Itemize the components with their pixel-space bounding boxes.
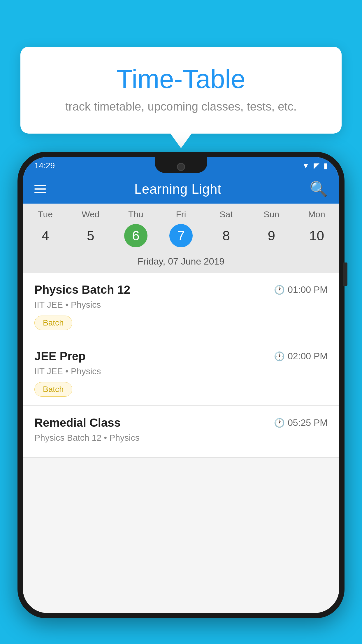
tooltip-subtitle: track timetable, upcoming classes, tests…	[44, 100, 318, 113]
class-name: Remedial Class	[34, 416, 121, 429]
hamburger-line	[34, 188, 46, 190]
day-name-mon: Mon	[308, 209, 325, 219]
wifi-icon: ▼	[302, 161, 310, 170]
calendar-day-tue[interactable]: Tue 4	[25, 209, 66, 253]
phone-outer: 14:29 ▼ ◤ ▮ Learning Light 🔍	[17, 152, 345, 618]
day-num-sat: 8	[215, 224, 238, 247]
status-time: 14:29	[34, 161, 55, 170]
class-item-jee-prep[interactable]: JEE Prep 🕐 02:00 PM IIT JEE • Physics Ba…	[23, 339, 339, 406]
clock-icon: 🕐	[274, 285, 285, 295]
app-title: Learning Light	[134, 181, 222, 197]
day-name-thu: Thu	[128, 209, 143, 219]
day-num-tue: 4	[34, 224, 57, 247]
calendar-day-wed[interactable]: Wed 5	[70, 209, 111, 253]
calendar-day-fri[interactable]: Fri 7	[161, 209, 201, 253]
calendar-week: Tue 4 Wed 5 Thu 6 Fri 7	[23, 204, 339, 253]
batch-badge: Batch	[34, 316, 72, 330]
class-subtitle: IIT JEE • Physics	[34, 366, 328, 376]
phone-camera	[177, 163, 185, 171]
class-subtitle: Physics Batch 12 • Physics	[34, 433, 328, 443]
clock-icon: 🕐	[274, 418, 285, 428]
day-name-wed: Wed	[82, 209, 99, 219]
day-name-fri: Fri	[176, 209, 186, 219]
day-name-sat: Sat	[220, 209, 233, 219]
search-icon[interactable]: 🔍	[310, 181, 328, 197]
calendar-day-mon[interactable]: Mon 10	[296, 209, 337, 253]
hamburger-line	[34, 192, 46, 193]
clock-icon: 🕐	[274, 351, 285, 361]
class-time: 🕐 05:25 PM	[274, 417, 328, 428]
batch-badge: Batch	[34, 382, 72, 397]
class-item-physics-batch[interactable]: Physics Batch 12 🕐 01:00 PM IIT JEE • Ph…	[23, 273, 339, 339]
phone-notch	[155, 157, 207, 173]
tooltip-card: Time-Table track timetable, upcoming cla…	[20, 47, 342, 134]
day-num-sun: 9	[260, 224, 283, 247]
class-name: JEE Prep	[34, 350, 86, 363]
day-name-sun: Sun	[264, 209, 279, 219]
tooltip-title: Time-Table	[44, 64, 318, 94]
side-button	[343, 262, 347, 286]
class-item-header: Physics Batch 12 🕐 01:00 PM	[34, 283, 328, 296]
class-subtitle: IIT JEE • Physics	[34, 300, 328, 310]
class-list: Physics Batch 12 🕐 01:00 PM IIT JEE • Ph…	[23, 273, 339, 458]
day-num-thu: 6	[124, 224, 147, 247]
battery-icon: ▮	[324, 161, 328, 170]
class-time: 🕐 01:00 PM	[274, 284, 328, 295]
phone-screen: 14:29 ▼ ◤ ▮ Learning Light 🔍	[23, 157, 339, 613]
calendar-day-sun[interactable]: Sun 9	[251, 209, 292, 253]
phone-mockup: 14:29 ▼ ◤ ▮ Learning Light 🔍	[17, 152, 345, 644]
day-num-mon: 10	[305, 224, 328, 247]
calendar-day-sat[interactable]: Sat 8	[206, 209, 247, 253]
selected-date-label: Friday, 07 June 2019	[23, 253, 339, 273]
class-item-header: Remedial Class 🕐 05:25 PM	[34, 416, 328, 429]
class-time: 🕐 02:00 PM	[274, 351, 328, 362]
class-item-remedial[interactable]: Remedial Class 🕐 05:25 PM Physics Batch …	[23, 406, 339, 458]
status-icons: ▼ ◤ ▮	[302, 161, 328, 170]
day-num-fri: 7	[169, 224, 193, 247]
day-name-tue: Tue	[38, 209, 53, 219]
hamburger-line	[34, 185, 46, 186]
class-item-header: JEE Prep 🕐 02:00 PM	[34, 350, 328, 363]
class-name: Physics Batch 12	[34, 283, 130, 296]
day-num-wed: 5	[79, 224, 102, 247]
hamburger-menu-icon[interactable]	[34, 185, 46, 193]
app-header: Learning Light 🔍	[23, 174, 339, 204]
calendar-day-thu[interactable]: Thu 6	[115, 209, 156, 253]
signal-icon: ◤	[314, 161, 319, 170]
